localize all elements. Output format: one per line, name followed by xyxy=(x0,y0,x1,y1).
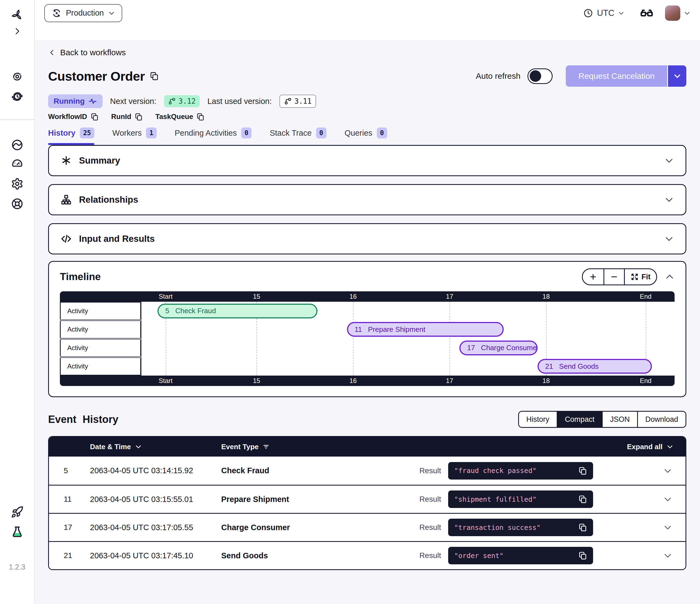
tab-history[interactable]: History25 xyxy=(48,127,94,144)
tab-queries[interactable]: Queries0 xyxy=(345,127,387,144)
expand-rail-chevron-right-icon[interactable] xyxy=(12,27,22,36)
view-button-history[interactable]: History xyxy=(519,412,557,427)
timeline-bar-prepare-shipment[interactable]: 11Prepare Shipment xyxy=(347,322,504,337)
last-used-version-value: 3.11 xyxy=(295,97,312,105)
support-lifebuoy-icon[interactable] xyxy=(11,197,24,210)
copy-icon[interactable] xyxy=(150,71,159,81)
logo-icon[interactable] xyxy=(11,139,24,151)
chevron-down-icon[interactable] xyxy=(683,9,691,17)
code-icon xyxy=(60,233,72,245)
next-version-value: 3.12 xyxy=(179,97,196,105)
last-used-version-label: Last used version: xyxy=(207,97,272,106)
result-value-chip: "transaction success" xyxy=(448,518,593,536)
settings-gear-icon[interactable] xyxy=(11,177,24,190)
bar-event-id: 11 xyxy=(355,325,362,334)
summary-section[interactable]: Summary xyxy=(48,145,686,176)
tab-workers[interactable]: Workers1 xyxy=(112,127,157,144)
copy-icon[interactable] xyxy=(578,551,587,560)
bar-event-id: 5 xyxy=(165,307,169,315)
copy-icon[interactable] xyxy=(578,466,587,475)
tab-label: Pending Activities xyxy=(175,128,237,138)
rocket-icon[interactable] xyxy=(11,506,24,518)
fit-button[interactable]: Fit xyxy=(624,269,656,285)
timeline-row: 5Check Fraud xyxy=(60,302,675,320)
usage-gauge-icon[interactable] xyxy=(11,157,24,170)
timeline-bar-charge-consumer[interactable]: 17Charge Consumer xyxy=(459,341,537,355)
auto-refresh-toggle[interactable] xyxy=(527,68,553,84)
namespace-cycle-icon xyxy=(51,8,62,18)
event-row-send-goods[interactable]: 212063-04-05 UTC 03:17:45.10Send GoodsRe… xyxy=(49,541,685,569)
chevron-down-icon[interactable] xyxy=(663,551,672,560)
fit-expand-icon xyxy=(630,273,639,281)
user-avatar[interactable] xyxy=(665,5,680,21)
chevron-down-icon[interactable] xyxy=(663,523,672,532)
input-results-section[interactable]: Input and Results xyxy=(48,223,686,255)
labs-flask-icon[interactable] xyxy=(11,526,24,538)
chevron-down-icon[interactable] xyxy=(664,195,674,204)
bar-event-id: 17 xyxy=(467,344,475,352)
event-type-header-label: Event Type xyxy=(221,442,259,451)
bar-activity-name: Prepare Shipment xyxy=(368,325,425,334)
chevron-down-icon[interactable] xyxy=(664,156,674,166)
back-label: Back to workflows xyxy=(60,48,126,57)
copy-icon[interactable] xyxy=(196,113,204,121)
chevron-down-icon xyxy=(108,9,115,17)
tab-pending-activities[interactable]: Pending Activities0 xyxy=(175,127,252,144)
event-history-title: Event History xyxy=(48,414,118,426)
section-label: Relationships xyxy=(79,194,138,205)
timeline-bar-check-fraud[interactable]: 5Check Fraud xyxy=(157,304,317,318)
event-type: Charge Consumer xyxy=(221,523,420,532)
branch-icon-slot xyxy=(284,97,292,105)
event-id: 11 xyxy=(49,495,90,504)
view-button-download[interactable]: Download xyxy=(637,412,685,427)
timeline-bar-send-goods[interactable]: 21Send Goods xyxy=(538,359,652,374)
event-history-view-switcher: HistoryCompactJSONDownload xyxy=(518,411,686,428)
tab-count-badge: 25 xyxy=(80,127,94,139)
zoom-out-button[interactable] xyxy=(603,269,624,285)
event-row-prepare-shipment[interactable]: 112063-04-05 UTC 03:15:55.01Prepare Ship… xyxy=(49,485,685,513)
cancelation-menu-button[interactable] xyxy=(667,65,686,87)
column-date-time[interactable]: Date & Time xyxy=(90,442,221,451)
request-cancelation-button[interactable]: Request Cancelation xyxy=(566,65,667,87)
left-nav-rail: 1.2.3 xyxy=(0,0,35,604)
schedules-icon[interactable] xyxy=(11,90,24,103)
view-button-compact[interactable]: Compact xyxy=(557,412,602,427)
timeline-axis-bottom: Start15161718End xyxy=(60,376,675,386)
result-value-chip: "order sent" xyxy=(448,547,593,564)
event-datetime: 2063-04-05 UTC 03:14:15.92 xyxy=(90,466,221,475)
propeller-icon[interactable] xyxy=(11,9,24,21)
tab-stack-trace[interactable]: Stack Trace0 xyxy=(270,127,326,144)
expand-all-button[interactable]: Expand all xyxy=(627,442,685,451)
workflows-icon[interactable] xyxy=(11,70,24,83)
event-row-charge-consumer[interactable]: 172063-04-05 UTC 03:17:05.55Charge Consu… xyxy=(49,513,685,541)
asterisk-icon xyxy=(60,155,72,166)
copy-title-slot xyxy=(145,71,159,81)
event-row-check-fraud[interactable]: 52063-04-05 UTC 03:14:15.92Check FraudRe… xyxy=(49,457,685,485)
copy-icon[interactable] xyxy=(134,113,143,121)
copy-icon[interactable] xyxy=(578,495,587,504)
copy-icon[interactable] xyxy=(578,523,587,532)
chevron-down-icon[interactable] xyxy=(664,234,674,244)
axis-tick-end: End xyxy=(640,377,652,385)
meta-label: WorkflowID xyxy=(48,113,87,121)
back-to-workflows-link[interactable]: Back to workflows xyxy=(48,48,126,57)
event-id: 17 xyxy=(49,523,90,532)
namespace-selector[interactable]: Production xyxy=(44,4,122,22)
zoom-in-button[interactable] xyxy=(583,269,603,285)
chevron-up-icon[interactable] xyxy=(665,272,675,282)
chevron-down-icon[interactable] xyxy=(663,466,672,476)
chevron-down-icon[interactable] xyxy=(663,494,672,504)
axis-tick-start: Start xyxy=(158,293,173,300)
workflow-tabs: History25Workers1Pending Activities0Stac… xyxy=(48,127,686,145)
column-event-type[interactable]: Event Type xyxy=(221,442,627,451)
axis-tick-16: 16 xyxy=(349,293,357,300)
timezone-selector[interactable]: UTC xyxy=(583,8,625,18)
labs-glasses-icon[interactable] xyxy=(640,6,653,20)
axis-tick-17: 17 xyxy=(446,377,453,385)
status-label: Running xyxy=(54,97,85,105)
copy-icon[interactable] xyxy=(91,113,99,121)
relationships-section[interactable]: Relationships xyxy=(48,184,686,215)
chevron-down-icon xyxy=(135,443,142,450)
filter-icon[interactable] xyxy=(262,443,270,450)
view-button-json[interactable]: JSON xyxy=(602,412,637,427)
